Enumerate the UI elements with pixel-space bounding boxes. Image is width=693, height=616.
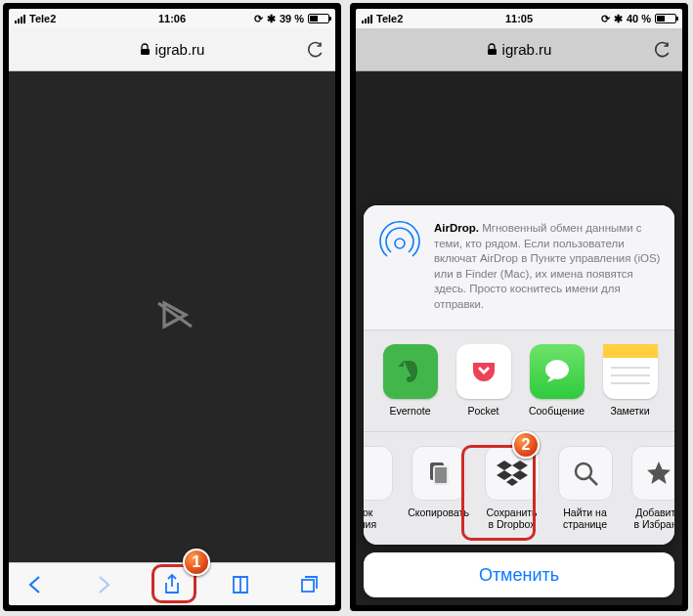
messages-icon [530,344,585,399]
share-action-find[interactable]: Найти на странице [548,446,622,531]
svg-rect-2 [302,580,314,592]
bookmarks-button[interactable] [228,572,253,597]
reload-button [653,40,672,60]
action-icon [364,446,393,501]
svg-point-4 [395,239,405,248]
star-icon [631,446,675,501]
carrier-label: Tele2 [376,13,403,24]
carrier-label: Tele2 [29,13,56,24]
airdrop-icon [377,221,422,266]
battery-icon [655,14,676,23]
notes-icon [603,344,658,399]
clock-label: 11:05 [466,13,571,24]
share-app-messages[interactable]: Сообщение [520,344,593,418]
evernote-icon [383,344,438,399]
annotation-marker-1: 1 [183,549,210,576]
status-bar: Tele2 11:05 ⟳ ✱ 40 % [356,9,682,28]
status-bar: Tele2 11:06 ⟳ ✱ 39 % [9,9,335,28]
orientation-lock-icon: ⟳ [254,13,263,25]
signal-icon [15,15,25,23]
url-host-label: igrab.ru [502,41,552,58]
share-app-pocket[interactable]: Pocket [447,344,520,418]
svg-line-13 [589,477,597,485]
svg-rect-6 [603,344,658,358]
share-app-notes[interactable]: Заметки [593,344,667,418]
annotation-marker-2: 2 [512,431,540,459]
share-app-evernote[interactable]: Evernote [373,344,447,418]
url-host-label: igrab.ru [155,41,205,58]
signal-icon [362,15,372,23]
back-button[interactable] [22,572,48,597]
share-apps-row[interactable]: Evernote Pocket Сообщение [364,330,674,431]
battery-icon [308,14,329,23]
bluetooth-icon: ✱ [267,13,276,25]
tabs-button[interactable] [296,572,322,597]
copy-icon [411,446,466,501]
safari-url-bar[interactable]: igrab.ru [9,28,335,71]
orientation-lock-icon: ⟳ [601,13,610,25]
annotation-highlight-dropbox [461,445,536,541]
battery-pct-label: 40 % [627,13,651,24]
airdrop-description: AirDrop. Мгновенный обмен данными с теми… [434,221,661,312]
bluetooth-icon: ✱ [614,13,623,25]
airdrop-section[interactable]: AirDrop. Мгновенный обмен данными с теми… [364,205,674,330]
video-play-icon[interactable] [143,286,201,348]
share-action-favorites[interactable]: Добавить в Избранн [622,446,674,531]
search-icon [558,446,613,501]
svg-rect-3 [488,49,497,55]
lock-icon [140,43,151,56]
svg-point-5 [545,360,569,379]
lock-icon [487,43,498,56]
share-action-partial-left[interactable]: сок ения [364,446,402,531]
svg-rect-0 [141,49,150,55]
cancel-button[interactable]: Отменить [364,552,674,597]
clock-label: 11:06 [119,13,224,24]
forward-button[interactable] [91,572,116,597]
battery-pct-label: 39 % [280,13,304,24]
svg-rect-11 [434,466,448,484]
safari-url-bar: igrab.ru [356,28,682,71]
reload-button[interactable] [306,40,325,60]
pocket-icon [456,344,511,399]
svg-point-12 [576,463,591,479]
share-app-more[interactable]: W [667,344,674,418]
